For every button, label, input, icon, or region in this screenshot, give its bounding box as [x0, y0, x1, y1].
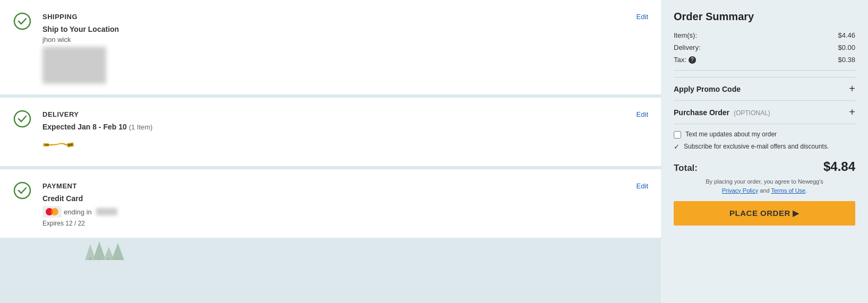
tax-value: $0.38	[838, 56, 855, 64]
delivery-row: Delivery: $0.00	[674, 44, 855, 51]
delivery-edit-link[interactable]: Edit	[637, 108, 648, 118]
shipping-customer-name: jhon wick	[42, 36, 626, 44]
product-image-icon	[42, 134, 74, 155]
shipping-body: SHIPPING Ship to Your Location jhon wick	[42, 11, 626, 84]
svg-rect-3	[45, 144, 49, 146]
tax-label-group: Tax: ?	[674, 56, 696, 64]
promo-plus-icon: +	[849, 83, 855, 95]
privacy-policy-link[interactable]: Privacy Policy	[722, 187, 758, 194]
delivery-check-icon	[13, 109, 32, 128]
delivery-body: DELIVERY Expected Jan 8 - Feb 10 (1 Item…	[42, 108, 626, 155]
tax-help-icon[interactable]: ?	[689, 56, 696, 64]
bottom-decoration	[0, 241, 661, 262]
optional-text: (OPTIONAL)	[734, 109, 770, 117]
purchase-order-label: Purchase Order (OPTIONAL)	[674, 108, 770, 117]
svg-rect-15	[98, 258, 100, 260]
tax-row: Tax: ? $0.38	[674, 56, 855, 64]
shipping-section: SHIPPING Ship to Your Location jhon wick…	[0, 0, 661, 94]
text-updates-row: Text me updates about my order	[674, 131, 855, 138]
delivery-title: DELIVERY	[42, 110, 626, 118]
agreement-text: By placing your order, you agree to Newe…	[674, 177, 855, 195]
payment-title: PAYMENT	[42, 182, 626, 190]
payment-check-icon	[13, 181, 32, 200]
promo-label: Apply Promo Code	[674, 85, 741, 93]
cc-expiry: Expires 12 / 22	[42, 220, 626, 227]
subscribe-label: Subscribe for exclusive e-mail offers an…	[684, 143, 829, 150]
svg-marker-11	[93, 241, 106, 260]
delivery-label: Delivery:	[674, 44, 701, 51]
delivery-item-product	[42, 134, 626, 155]
mastercard-logo	[42, 206, 62, 218]
delivery-item-count: (1 Item)	[129, 123, 153, 131]
svg-marker-13	[111, 243, 124, 260]
items-value: $4.46	[838, 31, 855, 39]
text-updates-label: Text me updates about my order	[685, 131, 777, 138]
svg-point-6	[14, 183, 30, 198]
total-label: Total:	[674, 163, 698, 174]
svg-rect-17	[117, 258, 119, 260]
promo-code-row[interactable]: Apply Promo Code +	[674, 77, 855, 101]
subscribe-checkmark-icon: ✓	[674, 143, 680, 151]
payment-body: PAYMENT Credit Card ending in Expires 12…	[42, 180, 626, 227]
credit-card-info: ending in	[42, 206, 626, 218]
svg-point-0	[14, 13, 30, 29]
payment-detail-title: Credit Card	[42, 194, 626, 203]
svg-rect-14	[89, 257, 91, 260]
shipping-title: SHIPPING	[42, 13, 626, 21]
total-value: $4.84	[823, 159, 855, 174]
shipping-detail-title: Ship to Your Location	[42, 25, 626, 33]
order-summary-title: Order Summary	[674, 11, 855, 23]
order-summary-panel: Order Summary Item(s): $4.46 Delivery: $…	[661, 0, 868, 303]
shipping-check-icon	[13, 12, 32, 31]
svg-rect-16	[107, 258, 109, 260]
tree-decoration	[0, 241, 159, 260]
terms-of-use-link[interactable]: Terms of Use	[771, 187, 805, 194]
summary-divider	[674, 70, 855, 71]
purchase-order-row[interactable]: Purchase Order (OPTIONAL) +	[674, 101, 855, 124]
shipping-edit-link[interactable]: Edit	[637, 11, 648, 21]
svg-point-1	[14, 111, 30, 127]
payment-edit-link[interactable]: Edit	[637, 180, 648, 190]
delivery-section: DELIVERY Expected Jan 8 - Feb 10 (1 Item…	[0, 98, 661, 166]
cc-number-blurred	[96, 208, 117, 215]
items-row: Item(s): $4.46	[674, 31, 855, 39]
tax-label: Tax:	[674, 56, 686, 64]
delivery-value: $0.00	[838, 44, 855, 51]
payment-section: PAYMENT Credit Card ending in Expires 12…	[0, 169, 661, 238]
shipping-address-blurred	[42, 47, 106, 84]
purchase-order-plus-icon: +	[849, 106, 855, 118]
total-row: Total: $4.84	[674, 159, 855, 174]
text-updates-checkbox[interactable]	[674, 131, 681, 138]
cc-ending-prefix: ending in	[64, 208, 92, 216]
subscribe-row: ✓ Subscribe for exclusive e-mail offers …	[674, 143, 855, 151]
place-order-button[interactable]: PLACE ORDER ▶	[674, 201, 855, 226]
items-label: Item(s):	[674, 31, 697, 39]
delivery-detail-title: Expected Jan 8 - Feb 10 (1 Item)	[42, 123, 626, 131]
